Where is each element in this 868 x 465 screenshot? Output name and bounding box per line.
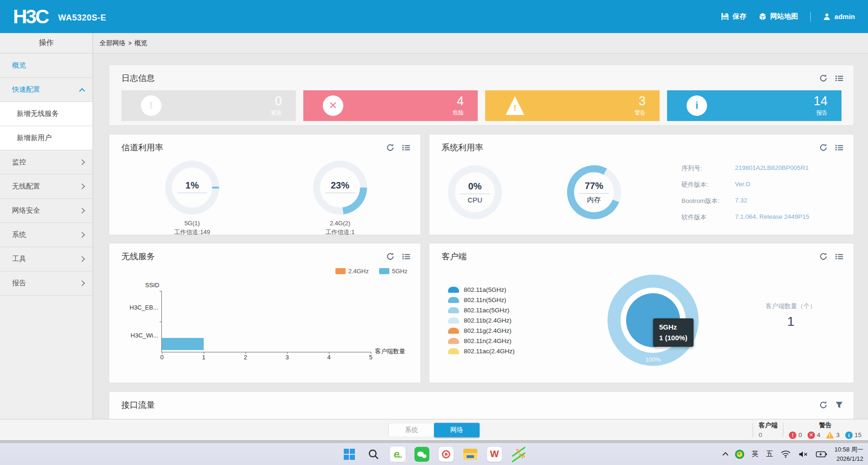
card-title: 客户端 xyxy=(441,251,467,262)
sidebar-item-system[interactable]: 系统 xyxy=(0,223,93,247)
sidebar-item-label: 网络安全 xyxy=(12,206,40,215)
filter-icon[interactable] xyxy=(835,401,843,409)
legend-item[interactable]: 802.11ac(2.4GHz) xyxy=(448,348,574,355)
refresh-icon[interactable] xyxy=(819,143,828,152)
cad-app-taskbar-button[interactable]: TrTp xyxy=(510,445,527,463)
band-icon xyxy=(448,317,459,323)
legend-item[interactable]: 802.11n(5GHz) xyxy=(448,297,574,303)
volume-muted-icon[interactable] xyxy=(798,451,808,458)
sidebar-title: 操作 xyxy=(0,33,93,54)
sidebar-item-overview[interactable]: 概览 xyxy=(0,54,93,78)
clients-card: 客户端 802.11a(5GHz) 802.11n(5GHz) 802.11ac… xyxy=(429,243,854,383)
sidebar-item-add-wireless-service[interactable]: 新增无线服务 xyxy=(0,102,93,126)
sidebar-item-label: 无线配置 xyxy=(12,182,40,191)
band-icon xyxy=(448,348,459,354)
list-icon[interactable] xyxy=(835,252,843,261)
input-language[interactable]: 英 xyxy=(752,450,759,458)
legend-item[interactable]: 802.11ac(5GHz) xyxy=(448,307,574,314)
taskbar-clock[interactable]: 10:58 周一 2026/1/12 xyxy=(835,445,863,463)
user-menu[interactable]: admin xyxy=(823,13,855,20)
list-icon[interactable] xyxy=(835,143,843,152)
windows-logo-icon xyxy=(344,449,355,460)
alert-critical[interactable]: !0 xyxy=(789,431,802,439)
input-method[interactable]: 五 xyxy=(766,450,773,458)
log-tile-danger[interactable]: ✕ 4危险 xyxy=(303,90,478,121)
dashboard-content: 日志信息 ! 0紧急 ✕ 4危险 xyxy=(93,54,868,419)
legend-item[interactable]: 802.11b(2.4GHz) xyxy=(448,317,574,324)
snail-app-taskbar-button[interactable] xyxy=(437,445,455,463)
alert-status: 警告 !0 ✕4 3 i15 xyxy=(789,421,861,439)
alert-danger[interactable]: ✕4 xyxy=(808,431,821,439)
gauge-5g: 1% 5G(1) 工作信道:149 xyxy=(165,161,219,237)
tray-chevron-up-icon[interactable] xyxy=(722,452,728,458)
breadcrumb-root[interactable]: 全部网络 xyxy=(100,39,126,47)
sidebar-item-label: 工具 xyxy=(12,255,26,263)
gauge-24g: 23% 2.4G(2) 工作信道:1 xyxy=(313,161,367,237)
tile-label: 危险 xyxy=(453,109,464,117)
log-info-card: 日志信息 ! 0紧急 ✕ 4危险 xyxy=(109,65,854,126)
file-explorer-button[interactable] xyxy=(461,445,479,463)
sidebar-item-label: 快速配置 xyxy=(12,85,40,94)
legend-item[interactable]: 802.11a(5GHz) xyxy=(448,286,574,293)
sidebar-item-add-new-user[interactable]: 新增新用户 xyxy=(0,126,93,150)
sidebar-item-report[interactable]: 报告 xyxy=(0,271,93,296)
card-title: 日志信息 xyxy=(121,73,155,84)
bottom-status-bar: 系统 网络 客户端 0 警告 !0 ✕4 3 i15 xyxy=(0,419,868,440)
refresh-icon[interactable] xyxy=(819,74,828,82)
client-count-label: 客户端数量（个） xyxy=(733,302,849,310)
sidebar-item-quick-config[interactable]: 快速配置 xyxy=(0,78,93,102)
battery-icon[interactable] xyxy=(816,451,827,458)
breadcrumb: 全部网络 > 概览 xyxy=(93,33,868,54)
legend-item[interactable]: 802.11n(2.4GHz) xyxy=(448,337,574,344)
antivirus-tray-icon[interactable] xyxy=(735,450,744,459)
log-tile-emergency[interactable]: ! 0紧急 xyxy=(121,90,296,121)
sidebar-item-label: 系统 xyxy=(12,230,26,239)
alert-info[interactable]: i15 xyxy=(845,431,861,439)
log-tile-warning[interactable]: ! 3警告 xyxy=(485,90,660,121)
sitemap-button[interactable]: 网站地图 xyxy=(759,12,798,21)
refresh-icon[interactable] xyxy=(819,252,828,261)
bootrom-version: 7.32 xyxy=(735,197,747,205)
info-circle-icon: i xyxy=(845,431,853,439)
info-label: 软件版本 xyxy=(681,213,735,222)
tab-system[interactable]: 系统 xyxy=(388,423,434,437)
sidebar-item-tools[interactable]: 工具 xyxy=(0,247,93,271)
band-icon xyxy=(448,338,459,344)
alert-warning[interactable]: 3 xyxy=(826,431,840,438)
client-status: 客户端 0 xyxy=(759,421,778,438)
browser-taskbar-button[interactable]: eAI xyxy=(389,445,407,463)
sidebar-item-network-security[interactable]: 网络安全 xyxy=(0,199,93,223)
channel-utilization-card: 信道利用率 1% xyxy=(109,134,421,235)
refresh-icon[interactable] xyxy=(386,252,394,261)
refresh-icon[interactable] xyxy=(386,143,394,152)
refresh-icon[interactable] xyxy=(819,401,828,409)
system-info-list: 序列号:219801A2LB820BP005R1 硬件版本:Ver.D Boot… xyxy=(681,164,809,229)
wechat-taskbar-button[interactable] xyxy=(413,445,431,463)
legend-item[interactable]: 802.11g(2.4GHz) xyxy=(448,327,574,334)
app-window: H3C WA5320S-E 保存 网站地图 admin 操作 概览 xyxy=(0,0,868,465)
sidebar-item-wireless-config[interactable]: 无线配置 xyxy=(0,175,93,199)
legend-5ghz[interactable]: 5GHz xyxy=(379,268,407,275)
tab-network[interactable]: 网络 xyxy=(434,423,480,437)
list-icon[interactable] xyxy=(402,252,410,261)
h3c-logo: H3C xyxy=(13,7,48,27)
user-icon xyxy=(823,13,831,20)
list-icon[interactable] xyxy=(402,143,410,152)
wifi-icon[interactable] xyxy=(781,451,791,458)
search-button[interactable] xyxy=(365,445,382,463)
log-tile-report[interactable]: i 14报告 xyxy=(667,90,841,121)
band-icon xyxy=(448,287,459,293)
list-icon[interactable] xyxy=(835,74,843,82)
info-label: Bootrom版本: xyxy=(681,197,735,205)
cpu-gauge: 0%CPU xyxy=(448,165,502,219)
sidebar-item-monitor[interactable]: 监控 xyxy=(0,150,93,175)
start-button[interactable] xyxy=(341,445,358,463)
bar-h3c-wi-5ghz[interactable] xyxy=(162,338,204,350)
alert-status-label: 警告 xyxy=(789,421,861,430)
sidebar-item-label: 概览 xyxy=(12,61,26,70)
x-circle-icon: ✕ xyxy=(323,95,343,116)
save-button[interactable]: 保存 xyxy=(721,12,747,21)
legend-24ghz[interactable]: 2.4GHz xyxy=(335,268,369,275)
wps-taskbar-button[interactable]: W xyxy=(486,445,503,463)
software-version: 7.1.064, Release 2449P15 xyxy=(735,213,809,222)
